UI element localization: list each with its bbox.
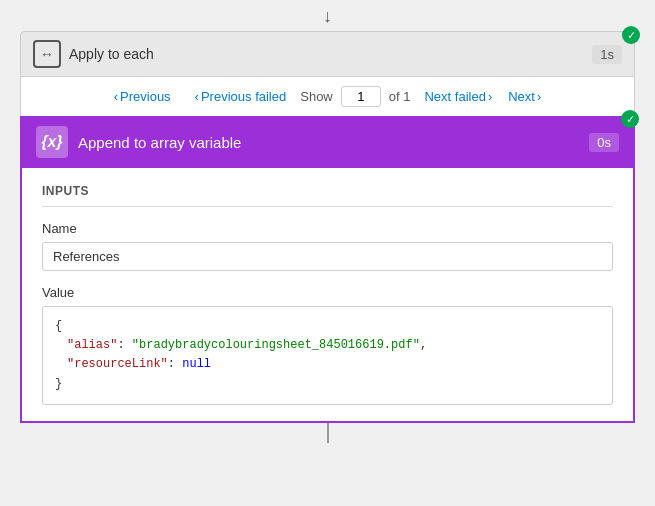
next-failed-button[interactable]: Next failed › <box>418 85 498 108</box>
next-button[interactable]: Next › <box>502 85 547 108</box>
navigation-bar: ‹ Previous ‹ Previous failed Show of 1 N… <box>20 77 635 116</box>
json-resourcelink-key: "resourceLink" <box>67 357 168 371</box>
json-line-2: "alias": "bradybradycolouringsheet_84501… <box>55 336 600 355</box>
top-arrow-icon: ↓ <box>323 0 332 31</box>
previous-button[interactable]: ‹ Previous <box>108 85 177 108</box>
apply-to-each-bar: ↔ Apply to each 1s ✓ <box>20 31 635 77</box>
chevron-right-icon: › <box>537 89 541 104</box>
chevron-right-failed-icon: › <box>488 89 492 104</box>
apply-to-each-icon: ↔ <box>33 40 61 68</box>
chevron-left-failed-icon: ‹ <box>195 89 199 104</box>
value-field-box: { "alias": "bradybradycolouringsheet_845… <box>42 306 613 405</box>
action-title: Append to array variable <box>78 134 241 151</box>
json-line-3: "resourceLink": null <box>55 355 600 374</box>
json-alias-value: "bradybradycolouringsheet_845016619.pdf" <box>132 338 420 352</box>
name-field-label: Name <box>42 221 613 236</box>
apply-to-each-label: Apply to each <box>69 46 154 62</box>
show-label: Show <box>300 89 333 104</box>
action-header: {x} Append to array variable 0s ✓ <box>22 116 633 168</box>
inputs-title: INPUTS <box>42 184 613 207</box>
previous-failed-button[interactable]: ‹ Previous failed <box>189 85 293 108</box>
inputs-section: INPUTS Name Value { "alias": "bradybrady… <box>22 168 633 421</box>
action-success-icon: ✓ <box>621 110 639 128</box>
action-time-badge: 0s <box>589 133 619 152</box>
bottom-connector-line <box>327 423 329 443</box>
chevron-left-icon: ‹ <box>114 89 118 104</box>
apply-time-badge: 1s <box>592 45 622 64</box>
apply-success-icon: ✓ <box>622 26 640 44</box>
json-alias-key: "alias" <box>67 338 117 352</box>
json-resourcelink-value: null <box>182 357 211 371</box>
page-input[interactable] <box>341 86 381 107</box>
of-label: of 1 <box>389 89 411 104</box>
json-line-1: { <box>55 317 600 336</box>
value-field-label: Value <box>42 285 613 300</box>
main-container: {x} Append to array variable 0s ✓ INPUTS… <box>20 116 635 423</box>
action-icon: {x} <box>36 126 68 158</box>
name-field-input[interactable] <box>42 242 613 271</box>
json-line-4: } <box>55 375 600 394</box>
